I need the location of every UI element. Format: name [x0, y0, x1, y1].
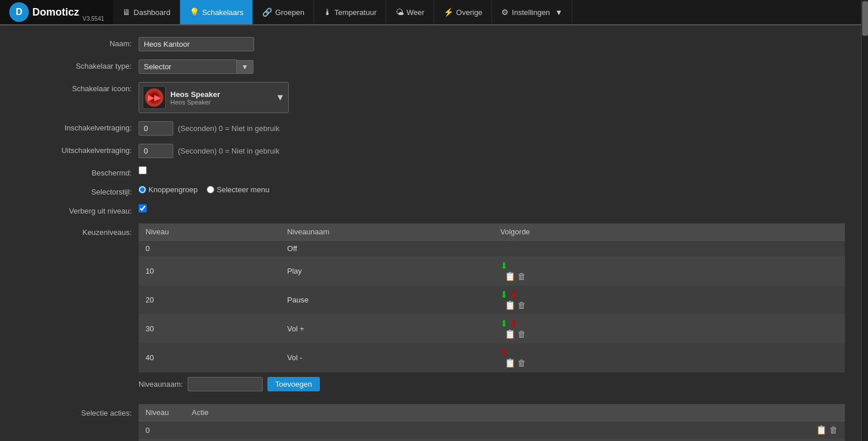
arrow-up-btn[interactable]: ⬆ [510, 289, 517, 300]
temperatuur-icon: 🌡 [323, 8, 331, 17]
col-sa-niveau-header: Niveau [139, 404, 185, 421]
naam-input[interactable] [139, 37, 254, 51]
delete-icon[interactable]: 🗑 [517, 358, 526, 368]
naam-label: Naam: [23, 37, 139, 48]
arrow-down-btn[interactable]: ⬇ [500, 289, 508, 300]
col-volgorde-header: Volgorde [493, 223, 845, 241]
selectorstijl-knoppengroep-radio[interactable] [139, 186, 146, 193]
schakelaar-icoon-label: Schakelaar icoon: [23, 82, 139, 93]
keuzeniveaus-label: Keuzeniveaus: [23, 223, 139, 237]
schakelaar-type-dropdown-btn[interactable]: ▼ [237, 60, 254, 74]
col-niveau-header: Niveau [139, 223, 280, 241]
selectie-acties-label: Selectie acties: [23, 404, 139, 417]
uitschakelvertraging-label: Uitschakelvertraging: [23, 144, 139, 155]
keuzeniveaus-table: Niveau Niveaunaam Volgorde 0Off10Play⬇ 📋… [139, 223, 845, 372]
brand: D Domoticz V3.5541 [0, 0, 113, 24]
keuzeniveaus-control: Niveau Niveaunaam Volgorde 0Off10Play⬇ 📋… [139, 223, 845, 396]
tab-overige[interactable]: ⚡ Overige [434, 0, 493, 24]
inschakelvertraging-control: (Seconden) 0 = Niet in gebruik [139, 121, 845, 136]
schakelaar-icoon-row: Schakelaar icoon: ▶▶ Heos Speaker Heos S… [23, 82, 845, 113]
uitschakelvertraging-input[interactable] [139, 144, 173, 158]
kn-naam-cell: Pause [280, 286, 493, 315]
selectorstijl-label: Selectorstijl: [23, 185, 139, 196]
overige-icon: ⚡ [444, 8, 453, 17]
schakelaar-type-label: Schakelaar type: [23, 59, 139, 70]
verberg-checkbox[interactable] [139, 204, 147, 212]
tab-instellingen-label: Instellingen [512, 8, 550, 17]
arrow-down-btn[interactable]: ⬇ [500, 260, 508, 271]
tab-weer[interactable]: 🌤 Weer [386, 0, 434, 24]
niveaunaam-input[interactable] [188, 377, 263, 391]
nav-tabs: 🖥 Dashboard 💡 Schakelaars 🔗 Groepen 🌡 Te… [113, 0, 572, 24]
copy-icon[interactable]: 📋 [816, 425, 827, 435]
scrollbar-thumb[interactable] [862, 1, 868, 36]
selectorstijl-knoppengroep[interactable]: Knoppengroep [139, 185, 198, 194]
instellingen-dropdown-arrow: ▼ [555, 8, 562, 17]
icon-preview-inner: ▶▶ [145, 88, 163, 107]
kn-niveau-cell: 0 [139, 241, 280, 257]
toevoegen-button[interactable]: Toevoegen [267, 377, 321, 391]
selectorstijl-radio-group: Knoppengroep Selecteer menu [139, 185, 845, 194]
delete-icon[interactable]: 🗑 [517, 300, 526, 310]
beschermd-row: Beschermd: [23, 166, 845, 177]
sa-niveau-cell: 0 [139, 421, 185, 439]
table-row: 40Vol -⬆ 📋 🗑 [139, 343, 845, 372]
kn-volgorde-cell: ⬇⬆ 📋 🗑 [493, 286, 845, 315]
kn-volgorde-cell: ⬆ 📋 🗑 [493, 343, 845, 372]
navbar: D Domoticz V3.5541 🖥 Dashboard 💡 Schakel… [0, 0, 868, 25]
tab-groepen[interactable]: 🔗 Groepen [253, 0, 314, 24]
copy-icon[interactable]: 📋 [505, 329, 516, 339]
selectorstijl-selecteermenu-label: Selecteer menu [217, 185, 269, 194]
selectorstijl-selecteermenu[interactable]: Selecteer menu [207, 185, 269, 194]
arrow-up-btn[interactable]: ⬆ [510, 318, 517, 329]
tab-instellingen[interactable]: ⚙ Instellingen ▼ [492, 0, 572, 24]
icon-info: Heos Speaker Heos Speaker [170, 90, 271, 106]
selectorstijl-knoppengroep-label: Knoppengroep [148, 185, 198, 194]
inschakelvertraging-input[interactable] [139, 121, 173, 136]
icon-dropdown-arrow[interactable]: ▼ [275, 92, 285, 103]
sa-actie-cell: script://heos/kantoor/play.sh [185, 439, 799, 442]
delete-icon[interactable]: 🗑 [829, 425, 838, 435]
tab-schakelaars[interactable]: 💡 Schakelaars [180, 0, 254, 24]
beschermd-label: Beschermd: [23, 166, 139, 177]
inschakelvertraging-row: Inschakelvertraging: (Seconden) 0 = Niet… [23, 121, 845, 136]
col-niveaunaam-header: Niveaunaam [280, 223, 493, 241]
schakelaar-type-select[interactable]: Selector On/Off Dimmer [139, 59, 237, 74]
tab-temperatuur[interactable]: 🌡 Temperatuur [314, 0, 386, 24]
arrow-down-btn[interactable]: ⬇ [500, 318, 508, 329]
verberg-control [139, 204, 845, 214]
table-row: 30Vol +⬇⬆ 📋 🗑 [139, 315, 845, 343]
copy-icon[interactable]: 📋 [505, 271, 516, 281]
delete-icon[interactable]: 🗑 [517, 329, 526, 339]
verberg-row: Verberg uit niveau: [23, 204, 845, 215]
verberg-label: Verberg uit niveau: [23, 204, 139, 215]
selectie-acties-row: Selectie acties: Niveau Actie 0📋 🗑10scri… [23, 404, 845, 441]
brand-name: Domoticz [32, 6, 79, 18]
beschermd-control [139, 166, 845, 176]
selectie-acties-control: Niveau Actie 0📋 🗑10script://heos/kantoor… [139, 404, 845, 441]
sa-actions-cell: 📋 🗑 [799, 439, 845, 442]
instellingen-icon: ⚙ [501, 8, 509, 17]
arrow-up-btn[interactable]: ⬆ [500, 347, 508, 358]
scrollbar[interactable] [861, 0, 868, 441]
icon-dropdown[interactable]: ▶▶ Heos Speaker Heos Speaker ▼ [139, 82, 289, 113]
table-row: 0📋 🗑 [139, 421, 845, 439]
uitschakelvertraging-row: Uitschakelvertraging: (Seconden) 0 = Nie… [23, 144, 845, 158]
beschermd-checkbox[interactable] [139, 166, 147, 174]
delete-icon[interactable]: 🗑 [517, 271, 526, 281]
inschakelvertraging-label: Inschakelvertraging: [23, 121, 139, 132]
selectorstijl-row: Selectorstijl: Knoppengroep Selecteer me… [23, 185, 845, 196]
tab-dashboard[interactable]: 🖥 Dashboard [113, 0, 180, 24]
schakelaars-icon: 💡 [189, 8, 199, 17]
tab-dashboard-label: Dashboard [133, 8, 170, 17]
copy-icon[interactable]: 📋 [505, 300, 516, 310]
sa-actions-cell: 📋 🗑 [799, 421, 845, 439]
kn-volgorde-cell [493, 241, 845, 257]
selectorstijl-selecteermenu-radio[interactable] [207, 186, 214, 193]
tab-schakelaars-label: Schakelaars [202, 8, 244, 17]
table-row: 0Off [139, 241, 845, 257]
weer-icon: 🌤 [396, 8, 404, 17]
copy-icon[interactable]: 📋 [505, 358, 516, 368]
table-row: 10script://heos/kantoor/play.sh📋 🗑 [139, 439, 845, 442]
col-sa-actie-header: Actie [185, 404, 799, 421]
